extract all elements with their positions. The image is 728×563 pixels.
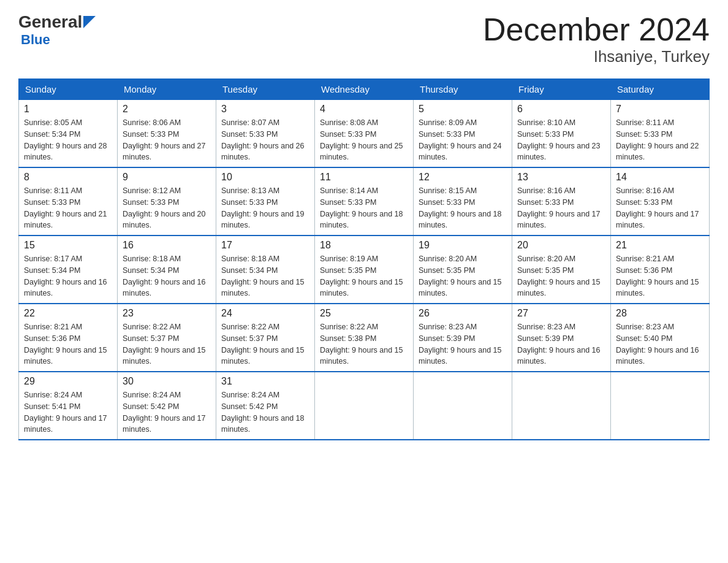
day-number: 6 bbox=[517, 104, 605, 115]
day-number: 7 bbox=[616, 104, 704, 115]
table-row: 28 Sunrise: 8:23 AM Sunset: 5:40 PM Dayl… bbox=[611, 304, 710, 372]
table-row: 9 Sunrise: 8:12 AM Sunset: 5:33 PM Dayli… bbox=[118, 167, 216, 236]
day-number: 26 bbox=[419, 308, 507, 319]
day-info: Sunrise: 8:06 AM Sunset: 5:33 PM Dayligh… bbox=[123, 117, 211, 163]
header-wednesday: Wednesday bbox=[315, 79, 414, 100]
day-info: Sunrise: 8:12 AM Sunset: 5:33 PM Dayligh… bbox=[123, 185, 211, 231]
day-number: 1 bbox=[24, 104, 112, 115]
table-row: 1 Sunrise: 8:05 AM Sunset: 5:34 PM Dayli… bbox=[19, 100, 118, 168]
day-info: Sunrise: 8:16 AM Sunset: 5:33 PM Dayligh… bbox=[616, 185, 704, 231]
day-info: Sunrise: 8:24 AM Sunset: 5:41 PM Dayligh… bbox=[24, 389, 112, 435]
day-info: Sunrise: 8:21 AM Sunset: 5:36 PM Dayligh… bbox=[24, 321, 112, 367]
header-thursday: Thursday bbox=[414, 79, 512, 100]
calendar-header-row: Sunday Monday Tuesday Wednesday Thursday… bbox=[19, 79, 710, 100]
day-info: Sunrise: 8:16 AM Sunset: 5:33 PM Dayligh… bbox=[517, 185, 605, 231]
logo-triangle-icon bbox=[83, 16, 96, 28]
logo-general-text: General bbox=[18, 12, 82, 32]
header-tuesday: Tuesday bbox=[216, 79, 315, 100]
header-monday: Monday bbox=[118, 79, 216, 100]
logo: General Blue bbox=[18, 12, 96, 48]
day-number: 14 bbox=[616, 172, 704, 183]
day-number: 15 bbox=[24, 240, 112, 251]
day-info: Sunrise: 8:19 AM Sunset: 5:35 PM Dayligh… bbox=[320, 253, 408, 299]
day-info: Sunrise: 8:13 AM Sunset: 5:33 PM Dayligh… bbox=[221, 185, 309, 231]
day-info: Sunrise: 8:22 AM Sunset: 5:38 PM Dayligh… bbox=[320, 321, 408, 367]
table-row: 2 Sunrise: 8:06 AM Sunset: 5:33 PM Dayli… bbox=[118, 100, 216, 168]
day-info: Sunrise: 8:23 AM Sunset: 5:40 PM Dayligh… bbox=[616, 321, 704, 367]
table-row: 17 Sunrise: 8:18 AM Sunset: 5:34 PM Dayl… bbox=[216, 236, 315, 304]
table-row: 13 Sunrise: 8:16 AM Sunset: 5:33 PM Dayl… bbox=[512, 167, 611, 236]
day-number: 12 bbox=[419, 172, 507, 183]
day-number: 23 bbox=[123, 308, 211, 319]
day-number: 28 bbox=[616, 308, 704, 319]
table-row: 22 Sunrise: 8:21 AM Sunset: 5:36 PM Dayl… bbox=[19, 304, 118, 372]
table-row: 15 Sunrise: 8:17 AM Sunset: 5:34 PM Dayl… bbox=[19, 236, 118, 304]
table-row: 30 Sunrise: 8:24 AM Sunset: 5:42 PM Dayl… bbox=[118, 372, 216, 440]
day-info: Sunrise: 8:21 AM Sunset: 5:36 PM Dayligh… bbox=[616, 253, 704, 299]
day-number: 20 bbox=[517, 240, 605, 251]
table-row bbox=[512, 372, 611, 440]
header-sunday: Sunday bbox=[19, 79, 118, 100]
table-row bbox=[315, 372, 414, 440]
day-number: 9 bbox=[123, 172, 211, 183]
day-number: 16 bbox=[123, 240, 211, 251]
day-number: 31 bbox=[221, 376, 309, 387]
day-info: Sunrise: 8:23 AM Sunset: 5:39 PM Dayligh… bbox=[517, 321, 605, 367]
day-number: 24 bbox=[221, 308, 309, 319]
header-friday: Friday bbox=[512, 79, 611, 100]
day-info: Sunrise: 8:11 AM Sunset: 5:33 PM Dayligh… bbox=[24, 185, 112, 231]
table-row: 8 Sunrise: 8:11 AM Sunset: 5:33 PM Dayli… bbox=[19, 167, 118, 236]
day-info: Sunrise: 8:11 AM Sunset: 5:33 PM Dayligh… bbox=[616, 117, 704, 163]
calendar-week-row: 1 Sunrise: 8:05 AM Sunset: 5:34 PM Dayli… bbox=[19, 100, 710, 168]
table-row: 12 Sunrise: 8:15 AM Sunset: 5:33 PM Dayl… bbox=[414, 167, 512, 236]
table-row: 10 Sunrise: 8:13 AM Sunset: 5:33 PM Dayl… bbox=[216, 167, 315, 236]
table-row: 26 Sunrise: 8:23 AM Sunset: 5:39 PM Dayl… bbox=[414, 304, 512, 372]
day-info: Sunrise: 8:08 AM Sunset: 5:33 PM Dayligh… bbox=[320, 117, 408, 163]
day-number: 21 bbox=[616, 240, 704, 251]
table-row: 3 Sunrise: 8:07 AM Sunset: 5:33 PM Dayli… bbox=[216, 100, 315, 168]
day-info: Sunrise: 8:10 AM Sunset: 5:33 PM Dayligh… bbox=[517, 117, 605, 163]
day-info: Sunrise: 8:22 AM Sunset: 5:37 PM Dayligh… bbox=[221, 321, 309, 367]
calendar-week-row: 15 Sunrise: 8:17 AM Sunset: 5:34 PM Dayl… bbox=[19, 236, 710, 304]
day-info: Sunrise: 8:14 AM Sunset: 5:33 PM Dayligh… bbox=[320, 185, 408, 231]
table-row bbox=[611, 372, 710, 440]
table-row: 4 Sunrise: 8:08 AM Sunset: 5:33 PM Dayli… bbox=[315, 100, 414, 168]
table-row: 19 Sunrise: 8:20 AM Sunset: 5:35 PM Dayl… bbox=[414, 236, 512, 304]
table-row: 20 Sunrise: 8:20 AM Sunset: 5:35 PM Dayl… bbox=[512, 236, 611, 304]
day-number: 18 bbox=[320, 240, 408, 251]
day-number: 27 bbox=[517, 308, 605, 319]
header-saturday: Saturday bbox=[611, 79, 710, 100]
day-number: 3 bbox=[221, 104, 309, 115]
day-info: Sunrise: 8:20 AM Sunset: 5:35 PM Dayligh… bbox=[419, 253, 507, 299]
table-row: 5 Sunrise: 8:09 AM Sunset: 5:33 PM Dayli… bbox=[414, 100, 512, 168]
day-number: 22 bbox=[24, 308, 112, 319]
table-row bbox=[414, 372, 512, 440]
day-number: 4 bbox=[320, 104, 408, 115]
page-header: General Blue December 2024 Ihsaniye, Tur… bbox=[18, 12, 710, 66]
day-info: Sunrise: 8:24 AM Sunset: 5:42 PM Dayligh… bbox=[123, 389, 211, 435]
table-row: 24 Sunrise: 8:22 AM Sunset: 5:37 PM Dayl… bbox=[216, 304, 315, 372]
day-number: 2 bbox=[123, 104, 211, 115]
day-info: Sunrise: 8:09 AM Sunset: 5:33 PM Dayligh… bbox=[419, 117, 507, 163]
day-number: 30 bbox=[123, 376, 211, 387]
day-info: Sunrise: 8:23 AM Sunset: 5:39 PM Dayligh… bbox=[419, 321, 507, 367]
day-info: Sunrise: 8:22 AM Sunset: 5:37 PM Dayligh… bbox=[123, 321, 211, 367]
day-info: Sunrise: 8:20 AM Sunset: 5:35 PM Dayligh… bbox=[517, 253, 605, 299]
day-number: 11 bbox=[320, 172, 408, 183]
table-row: 23 Sunrise: 8:22 AM Sunset: 5:37 PM Dayl… bbox=[118, 304, 216, 372]
day-info: Sunrise: 8:24 AM Sunset: 5:42 PM Dayligh… bbox=[221, 389, 309, 435]
day-info: Sunrise: 8:17 AM Sunset: 5:34 PM Dayligh… bbox=[24, 253, 112, 299]
day-number: 17 bbox=[221, 240, 309, 251]
page-title: December 2024 bbox=[483, 12, 710, 47]
day-info: Sunrise: 8:18 AM Sunset: 5:34 PM Dayligh… bbox=[221, 253, 309, 299]
day-info: Sunrise: 8:15 AM Sunset: 5:33 PM Dayligh… bbox=[419, 185, 507, 231]
table-row: 18 Sunrise: 8:19 AM Sunset: 5:35 PM Dayl… bbox=[315, 236, 414, 304]
table-row: 25 Sunrise: 8:22 AM Sunset: 5:38 PM Dayl… bbox=[315, 304, 414, 372]
title-block: December 2024 Ihsaniye, Turkey bbox=[483, 12, 710, 66]
calendar-week-row: 29 Sunrise: 8:24 AM Sunset: 5:41 PM Dayl… bbox=[19, 372, 710, 440]
calendar-week-row: 8 Sunrise: 8:11 AM Sunset: 5:33 PM Dayli… bbox=[19, 167, 710, 236]
day-info: Sunrise: 8:05 AM Sunset: 5:34 PM Dayligh… bbox=[24, 117, 112, 163]
day-info: Sunrise: 8:18 AM Sunset: 5:34 PM Dayligh… bbox=[123, 253, 211, 299]
table-row: 21 Sunrise: 8:21 AM Sunset: 5:36 PM Dayl… bbox=[611, 236, 710, 304]
page-subtitle: Ihsaniye, Turkey bbox=[483, 47, 710, 66]
